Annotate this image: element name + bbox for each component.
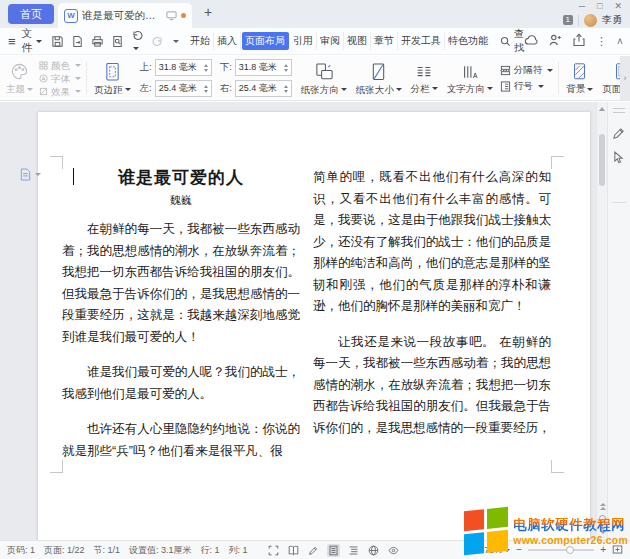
outline-view-icon[interactable] [347, 544, 360, 557]
tab-insert[interactable]: 插入 [214, 32, 241, 50]
customize-toolbar-caret[interactable] [171, 35, 179, 47]
paragraph[interactable]: 让我还是来说一段故事吧。 在朝鲜的每一天，我都被一些东西感动着；我的思想感情的潮… [313, 332, 551, 440]
eye-protection-icon[interactable] [387, 544, 400, 557]
paragraph[interactable]: 谁是我们最可爱的人呢？我们的战士，我感到他们是最可爱的人。 [62, 362, 300, 405]
window-controls: ─ □ ✕ [579, 1, 622, 11]
screen-share-icon[interactable] [166, 10, 177, 21]
tab-review[interactable]: 审阅 [317, 32, 344, 50]
spinner[interactable] [284, 85, 288, 93]
ribbon-tabs: 开始 插入 页面布局 引用 审阅 视图 章节 开发工具 特色功能 [187, 32, 491, 50]
paragraph[interactable]: 简单的哩，既看不出他们有什么高深的知识，又看不出他们有什么丰富的感情。可是，我要… [313, 167, 551, 318]
hamburger-icon[interactable]: ≡ [8, 34, 16, 49]
save-button[interactable] [51, 35, 64, 48]
user-name[interactable]: 李勇 [602, 13, 622, 27]
background-button[interactable]: 背景 [564, 62, 595, 94]
new-tab-button[interactable]: + [200, 4, 216, 20]
text-direction-button[interactable]: 文字方向 [445, 63, 495, 94]
paragraph[interactable]: 也许还有人心里隐隐约约地说：你说的就是那些“兵”吗？他们看来是很平凡、很 [62, 419, 300, 462]
theme-button[interactable]: 主题 [4, 62, 35, 94]
spinner[interactable] [284, 64, 288, 72]
margin-top-input[interactable]: 31.8 毫米 [155, 59, 212, 76]
annotate-pen-icon[interactable] [612, 126, 625, 144]
margin-bottom-input[interactable]: 31.8 毫米 [235, 59, 292, 76]
close-button[interactable]: ✕ [614, 1, 622, 11]
palette-icon [10, 62, 29, 81]
wps-writer-window: 首页 W 谁是最可爱的人.doc + ─ □ ✕ 1 李勇 ≡ 文件 [0, 0, 630, 559]
margin-left-input[interactable]: 25.4 毫米 [155, 80, 212, 97]
column-status[interactable]: 列: 1 [229, 544, 248, 557]
file-menu[interactable]: 文件 [22, 27, 43, 55]
fullscreen-icon[interactable] [267, 544, 280, 557]
undo-button[interactable] [131, 29, 144, 54]
page-layout-ribbon: 主题 颜色 字体 效果 页边距 [0, 56, 630, 101]
doc-assistant-button[interactable] [20, 168, 41, 181]
share-user-icon[interactable] [548, 33, 562, 49]
collapse-ribbon-icon[interactable]: ˄ [617, 36, 623, 47]
margin-right-input[interactable]: 25.4 毫米 [235, 80, 292, 97]
page-ratio-status[interactable]: 页面: 1/22 [44, 544, 85, 557]
user-avatar[interactable] [584, 14, 597, 27]
maximize-button[interactable]: □ [597, 1, 602, 11]
margin-corner-mark [551, 460, 564, 473]
separator-button[interactable]: 分隔符 [500, 64, 554, 77]
right-column[interactable]: 简单的哩，既看不出他们有什么高深的知识，又看不出他们有什么丰富的感情。可是，我要… [313, 166, 551, 476]
document-tab[interactable]: W 谁是最可爱的人.doc [58, 3, 192, 28]
theme-fonts-button[interactable]: 字体 [39, 73, 81, 84]
margins-button[interactable]: 页边距 [92, 62, 133, 95]
line-status[interactable]: 行: 1 [201, 544, 220, 557]
theme-effects-button[interactable]: 效果 [39, 86, 81, 97]
paper-size-button[interactable]: 纸张大小 [354, 62, 404, 95]
web-layout-icon[interactable] [367, 544, 380, 557]
tab-view[interactable]: 视图 [344, 32, 371, 50]
tab-section[interactable]: 章节 [371, 32, 398, 50]
document-canvas[interactable]: 谁是最可爱的人 魏巍 在朝鲜的每一天，我都被一些东西感动着；我的思想感情的潮水，… [0, 102, 608, 540]
spinner[interactable] [204, 64, 208, 72]
tab-references[interactable]: 引用 [290, 32, 317, 50]
logo-square-green [487, 507, 508, 529]
ribbon-expand-strip[interactable]: › [620, 56, 630, 100]
theme-colors-button[interactable]: 颜色 [39, 60, 81, 71]
notification-badge[interactable]: 1 [563, 15, 573, 25]
left-column[interactable]: 谁是最可爱的人 魏巍 在朝鲜的每一天，我都被一些东西感动着；我的思想感情的潮水，… [62, 166, 300, 476]
text-direction-icon [461, 63, 479, 81]
scroll-up-arrow[interactable] [599, 107, 605, 111]
scrollbar-thumb[interactable] [599, 134, 605, 186]
cloud-sync-icon[interactable] [524, 33, 538, 49]
home-tab[interactable]: 首页 [8, 4, 54, 24]
document-title[interactable]: 谁是最可爱的人 [62, 166, 300, 190]
more-options-icon[interactable]: ⋮ [596, 35, 607, 48]
panel-handle[interactable] [613, 108, 625, 113]
paragraph[interactable]: 在朝鲜的每一天，我都被一些东西感动着；我的思想感情的潮水，在放纵奔流着；我想把一… [62, 219, 300, 348]
panel-divider [612, 202, 626, 203]
line-number-button[interactable]: 行号 [500, 80, 554, 93]
document-text[interactable]: 谁是最可爱的人 魏巍 在朝鲜的每一天，我都被一些东西感动着；我的思想感情的潮水，… [62, 166, 551, 476]
find-label: 查找 [514, 27, 524, 55]
tab-page-layout[interactable]: 页面布局 [242, 32, 289, 50]
tab-start[interactable]: 开始 [187, 32, 214, 50]
document-author[interactable]: 魏巍 [62, 192, 300, 208]
redo-button[interactable] [151, 35, 164, 48]
background-label: 背景 [566, 84, 585, 94]
fonts-icon [39, 74, 48, 83]
text-cursor [73, 168, 74, 185]
read-layout-icon[interactable] [287, 544, 300, 557]
page-number-status[interactable]: 页码: 1 [7, 544, 35, 557]
spinner[interactable] [204, 85, 208, 93]
setting-status[interactable]: 设置值: 3.1厘米 [129, 544, 192, 557]
paper-orientation-button[interactable]: 纸张方向 [299, 62, 349, 95]
site-watermark: 电脑软硬件教程网 www.computer26.com [464, 509, 628, 554]
tab-special-features[interactable]: 特色功能 [445, 32, 491, 50]
section-status[interactable]: 节: 1/1 [94, 544, 121, 557]
minimize-button[interactable]: ─ [579, 1, 585, 11]
columns-button[interactable]: 分栏 [409, 63, 440, 94]
print-preview-button[interactable] [111, 35, 124, 48]
tab-developer[interactable]: 开发工具 [398, 32, 445, 50]
margin-top-label: 上: [140, 61, 152, 74]
upload-share-icon[interactable] [572, 33, 586, 49]
page-view-icon[interactable] [327, 544, 340, 557]
export-button[interactable] [71, 35, 84, 48]
select-cursor-icon[interactable] [613, 150, 624, 168]
print-button[interactable] [91, 35, 104, 48]
find-button[interactable]: 查找 [500, 27, 524, 55]
write-mode-icon[interactable] [307, 544, 320, 557]
